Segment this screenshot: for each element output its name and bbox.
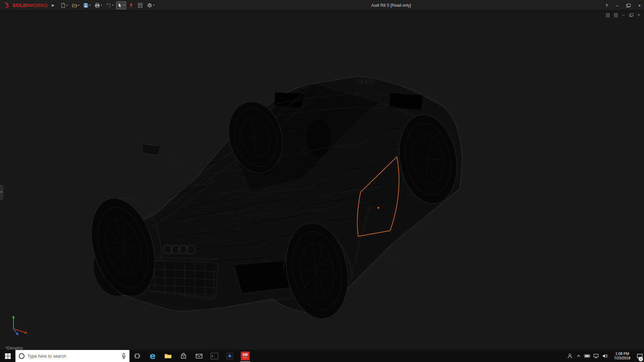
graphics-viewport[interactable]: – × *Dimetric bbox=[0, 11, 644, 350]
doc-close-button[interactable]: × bbox=[638, 13, 640, 17]
store-bag-icon bbox=[180, 353, 187, 359]
open-folder-icon bbox=[72, 3, 77, 8]
print-dropdown-caret[interactable]: ▾ bbox=[101, 4, 102, 7]
undo-dropdown-caret[interactable]: ▾ bbox=[112, 4, 113, 7]
gear-icon bbox=[147, 3, 152, 8]
cortana-icon[interactable] bbox=[19, 353, 24, 359]
options-button[interactable]: ▾ bbox=[146, 1, 156, 9]
minimize-button[interactable]: – bbox=[616, 3, 618, 8]
microphone-icon[interactable] bbox=[121, 353, 126, 359]
action-center-button[interactable]: 3 bbox=[635, 350, 644, 362]
close-button[interactable]: × bbox=[638, 3, 641, 8]
help-button[interactable]: ? bbox=[605, 3, 608, 8]
clock-date: 7/23/2018 bbox=[614, 356, 631, 360]
select-dropdown-caret[interactable]: ▾ bbox=[123, 4, 125, 7]
doc-minimize-button[interactable]: – bbox=[622, 13, 625, 17]
titlebar: SOLIDWORKS ▶ ▾ ▾ ▾ bbox=[0, 0, 644, 11]
document-window-controls: – × bbox=[606, 13, 640, 17]
windows-taskbar: e >_ bbox=[0, 350, 644, 362]
solidworks-logo: SOLIDWORKS bbox=[0, 2, 48, 8]
store-button[interactable] bbox=[176, 350, 191, 362]
print-button[interactable]: ▾ bbox=[93, 1, 103, 9]
orientation-triad-icon bbox=[7, 313, 32, 338]
console-icon: >_ bbox=[211, 353, 218, 359]
new-document-button[interactable]: ▾ bbox=[59, 1, 69, 9]
blue-app-icon bbox=[226, 352, 233, 360]
main-toolbar: ▾ ▾ ▾ ▾ bbox=[59, 1, 156, 9]
new-document-icon bbox=[60, 3, 66, 8]
feature-panel-tab[interactable] bbox=[0, 185, 3, 200]
start-button[interactable] bbox=[0, 350, 15, 362]
clock-time: 1:08 PM bbox=[615, 352, 629, 356]
volume-button[interactable] bbox=[600, 350, 609, 362]
network-icon bbox=[593, 354, 599, 358]
rebuild-button[interactable] bbox=[127, 1, 135, 9]
save-icon bbox=[83, 3, 89, 8]
file-explorer-button[interactable] bbox=[160, 350, 176, 362]
task-view-icon bbox=[134, 353, 141, 359]
taskbar-search[interactable] bbox=[15, 350, 129, 362]
save-button[interactable]: ▾ bbox=[82, 1, 92, 9]
solidworks-window: SOLIDWORKS ▶ ▾ ▾ ▾ bbox=[0, 0, 644, 362]
notification-badge: 3 bbox=[639, 357, 643, 361]
open-button[interactable]: ▾ bbox=[70, 1, 80, 9]
tile-window-icon[interactable] bbox=[614, 13, 618, 17]
file-explorer-icon bbox=[164, 353, 172, 359]
open-dropdown-caret[interactable]: ▾ bbox=[78, 4, 79, 7]
ds-logo-icon bbox=[3, 2, 11, 8]
brand-text: SOLIDWORKS bbox=[12, 2, 48, 8]
windows-logo-icon bbox=[5, 353, 11, 359]
car-wireframe bbox=[0, 11, 644, 350]
new-dropdown-caret[interactable]: ▾ bbox=[66, 4, 68, 7]
edge-icon: e bbox=[150, 352, 156, 360]
new-window-icon[interactable] bbox=[606, 13, 609, 17]
task-view-button[interactable] bbox=[129, 350, 145, 362]
select-button[interactable]: ▾ bbox=[116, 1, 126, 9]
tray-overflow-button[interactable] bbox=[574, 350, 583, 362]
document-title: Audi R8 S [Read-only] bbox=[371, 3, 411, 8]
undo-icon bbox=[106, 3, 111, 8]
rebuild-icon bbox=[129, 3, 133, 8]
file-properties-button[interactable] bbox=[136, 1, 144, 9]
speaker-icon bbox=[602, 354, 607, 358]
edge-browser-button[interactable]: e bbox=[145, 350, 160, 362]
print-icon bbox=[95, 3, 100, 8]
menu-expand-icon[interactable]: ▶ bbox=[52, 3, 55, 7]
undo-button[interactable]: ▾ bbox=[105, 1, 115, 9]
blue-app-button[interactable] bbox=[222, 350, 237, 362]
battery-button[interactable] bbox=[583, 350, 592, 362]
mail-button[interactable] bbox=[191, 350, 207, 362]
window-controls: ? – × bbox=[605, 0, 641, 11]
network-button[interactable] bbox=[592, 350, 600, 362]
options-dropdown-caret[interactable]: ▾ bbox=[153, 4, 154, 7]
select-cursor-icon bbox=[117, 3, 123, 8]
taskbar-clock[interactable]: 1:08 PM 7/23/2018 bbox=[609, 350, 635, 362]
search-input[interactable] bbox=[28, 354, 118, 359]
console-button[interactable]: >_ bbox=[207, 350, 222, 362]
people-button[interactable] bbox=[566, 350, 574, 362]
people-icon bbox=[567, 353, 573, 359]
solidworks-app-icon: SW 2017 bbox=[241, 352, 250, 360]
restore-button[interactable] bbox=[626, 4, 630, 7]
mail-icon bbox=[196, 353, 203, 359]
battery-icon bbox=[584, 354, 590, 358]
save-dropdown-caret[interactable]: ▾ bbox=[89, 4, 91, 7]
chevron-up-icon bbox=[576, 354, 581, 358]
solidworks-taskbar-button[interactable]: SW 2017 bbox=[237, 350, 253, 362]
system-tray: 1:08 PM 7/23/2018 3 bbox=[566, 350, 644, 362]
view-orientation-label: *Dimetric bbox=[5, 346, 23, 350]
doc-restore-button[interactable] bbox=[629, 13, 633, 17]
file-properties-icon bbox=[138, 3, 143, 8]
